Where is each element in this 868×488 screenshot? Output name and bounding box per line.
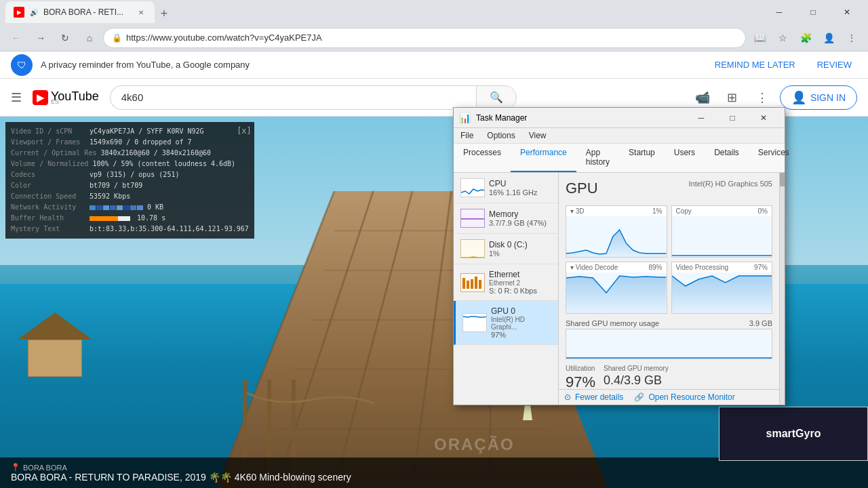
address-bar-actions: 📖 ☆ 🧩 👤 ⋮ <box>749 27 863 49</box>
profile-button[interactable]: 👤 <box>818 27 840 49</box>
tab-users[interactable]: Users <box>665 144 705 172</box>
svg-rect-13 <box>475 277 477 289</box>
tab-services[interactable]: Services <box>749 144 799 172</box>
gpu-performance-panel: GPU Intel(R) HD Graphics 505 ▾ 3D 1% <box>559 173 779 389</box>
scrollbar-thumb[interactable] <box>780 173 785 186</box>
panel-title: GPU <box>566 180 598 197</box>
ad-banner[interactable]: smartGyro <box>719 407 868 461</box>
task-manager-menu-bar: File Options View <box>454 128 785 144</box>
tab-app-history[interactable]: App history <box>576 144 619 172</box>
search-bar: 🔍 <box>110 85 517 110</box>
youtube-logo[interactable]: ▶ YouTube ES <box>33 89 99 105</box>
tab-title: BORA BORA - RETI... <box>43 7 123 17</box>
tab-processes[interactable]: Processes <box>454 144 511 172</box>
tm-close-button[interactable]: ✕ <box>748 108 779 128</box>
task-manager-title-bar: 📊 Task Manager ─ □ ✕ <box>454 108 785 128</box>
svg-rect-11 <box>467 281 469 289</box>
tab-performance[interactable]: Performance <box>511 144 576 172</box>
forward-button[interactable]: → <box>30 27 52 49</box>
active-tab[interactable]: ▶ 🔊 BORA BORA - RETI... ✕ <box>5 1 155 23</box>
hamburger-menu-button[interactable]: ☰ <box>11 90 22 105</box>
gpu-graphs-grid: ▾ 3D 1% <box>566 205 772 314</box>
watermark-left: ORAÇÃO <box>434 435 515 454</box>
gpu-mini-graph <box>462 313 487 332</box>
sidebar-item-disk[interactable]: Disk 0 (C:) 1% <box>454 234 558 264</box>
bookmark-button[interactable]: ☆ <box>772 27 793 49</box>
video-button[interactable]: 📹 <box>690 85 715 110</box>
fewer-details-button[interactable]: ⊙ Fewer details <box>564 392 623 402</box>
task-manager-panel: GPU Intel(R) HD Graphics 505 ▾ 3D 1% <box>559 173 779 405</box>
ethernet-mini-graph <box>460 273 485 292</box>
privacy-text: A privacy reminder from YouTube, a Googl… <box>41 60 250 70</box>
task-manager-scrollbar[interactable] <box>779 173 785 405</box>
remind-later-button[interactable]: REMIND ME LATER <box>709 57 801 73</box>
sidebar-item-gpu[interactable]: GPU 0 Intel(R) HD Graphi... 97% <box>454 301 558 345</box>
address-bar: ← → ↻ ⌂ 🔒 https://www.youtube.com/watch?… <box>0 24 868 52</box>
close-overlay-button[interactable]: [x] <box>237 125 252 138</box>
close-button[interactable]: ✕ <box>831 1 863 23</box>
window-controls: ─ □ ✕ <box>764 1 863 23</box>
more-button[interactable]: ⋮ <box>750 85 774 110</box>
home-button[interactable]: ⌂ <box>79 27 100 49</box>
graph-3d-label: ▾ 3D <box>570 207 585 215</box>
task-manager-sidebar: CPU 16% 1.16 GHz Memory 3.7/7.9 GB (47%) <box>454 173 559 405</box>
tab-details[interactable]: Details <box>705 144 749 172</box>
shared-gpu-memory-section: Shared GPU memory usage 3.9 GB <box>566 319 772 359</box>
video-info-overlay: [x] Video ID / sCPN yC4yaKPE7JA / SYFF K… <box>5 122 254 239</box>
sidebar-item-cpu[interactable]: CPU 16% 1.16 GHz <box>454 173 558 203</box>
location-pin-icon: 📍 <box>11 463 20 472</box>
reload-button[interactable]: ↻ <box>54 27 76 49</box>
tm-menu-file[interactable]: File <box>454 129 480 142</box>
shared-gpu-label: Shared GPU memory usage <box>566 319 659 327</box>
graph-video-processing-label: Video Processing <box>676 264 729 271</box>
graph-video-decode-area <box>566 272 667 313</box>
tab-startup[interactable]: Startup <box>619 144 665 172</box>
task-manager-title: Task Manager <box>476 113 680 123</box>
url-bar[interactable]: 🔒 https://www.youtube.com/watch?v=yC4yaK… <box>103 28 746 48</box>
sign-in-button[interactable]: 👤 SIGN IN <box>780 85 857 110</box>
search-input[interactable] <box>110 85 476 110</box>
extensions-button[interactable]: 🧩 <box>795 27 816 49</box>
svg-rect-12 <box>471 279 473 289</box>
review-button[interactable]: REVIEW <box>812 57 857 73</box>
graph-copy-label: Copy <box>676 207 692 215</box>
reader-mode-button[interactable]: 📖 <box>749 27 770 49</box>
graph-video-decode: ▾ Video Decode 89% <box>566 262 667 314</box>
shared-gpu-value: 3.9 GB <box>749 319 772 327</box>
video-location: 📍 BORA BORA <box>11 463 857 472</box>
svg-line-2 <box>334 191 412 488</box>
sidebar-item-memory[interactable]: Memory 3.7/7.9 GB (47%) <box>454 203 558 234</box>
svg-marker-19 <box>566 276 667 313</box>
task-manager-tabs: Processes Performance App history Startu… <box>454 144 785 173</box>
graph-video-processing: Video Processing 97% <box>671 262 773 314</box>
graph-3d-value: 1% <box>652 207 662 215</box>
title-bar: ▶ 🔊 BORA BORA - RETI... ✕ + ─ □ ✕ <box>0 0 868 24</box>
search-button[interactable]: 🔍 <box>476 85 517 110</box>
privacy-icon: 🛡 <box>11 54 33 76</box>
back-button[interactable]: ← <box>5 27 27 49</box>
cpu-mini-graph <box>460 178 485 197</box>
graph-copy-area <box>672 216 772 257</box>
graph-3d-area <box>566 216 667 257</box>
tm-minimize-button[interactable]: ─ <box>686 108 717 128</box>
graph-video-processing-area <box>672 272 772 313</box>
open-resource-monitor-button[interactable]: 🔗 Open Resource Monitor <box>634 392 734 402</box>
scene-hut-left <box>18 312 92 377</box>
new-tab-button[interactable]: + <box>155 4 174 23</box>
svg-rect-14 <box>479 280 481 289</box>
chevron-left-icon: ⊙ <box>564 392 571 402</box>
apps-button[interactable]: ⊞ <box>720 85 745 110</box>
tab-close-button[interactable]: ✕ <box>136 7 146 18</box>
more-menu-button[interactable]: ⋮ <box>841 27 863 49</box>
sidebar-item-ethernet[interactable]: Ethernet Ethernet 2 S: 0 R: 0 Kbps <box>454 264 558 301</box>
monitor-icon: 🔗 <box>634 392 644 402</box>
tm-maximize-button[interactable]: □ <box>717 108 748 128</box>
tm-menu-view[interactable]: View <box>522 129 553 142</box>
tab-favicon: ▶ <box>14 7 24 18</box>
maximize-button[interactable]: □ <box>797 1 829 23</box>
minimize-button[interactable]: ─ <box>764 1 795 23</box>
youtube-logo-icon: ▶ <box>33 90 48 105</box>
shared-gpu-graph <box>566 329 772 359</box>
svg-rect-10 <box>462 278 465 289</box>
tm-menu-options[interactable]: Options <box>480 129 521 142</box>
